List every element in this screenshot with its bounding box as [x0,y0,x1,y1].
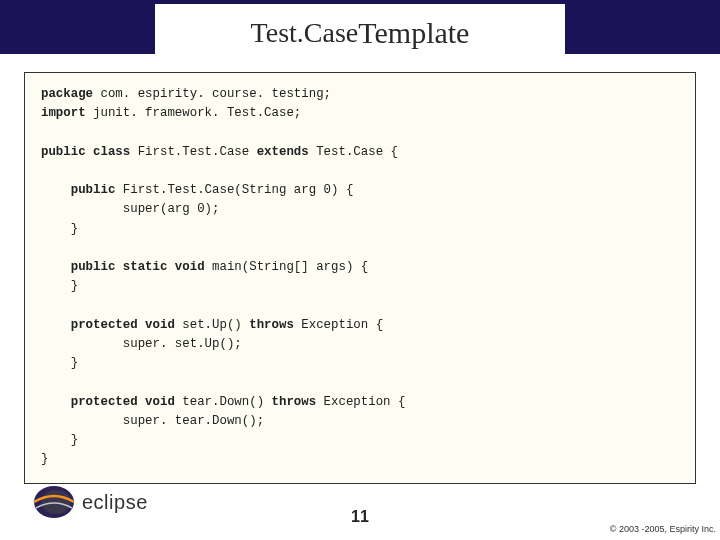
setup-throw: Exception { [294,318,383,332]
close-brace: } [71,279,78,293]
setup-body: super. set.Up(); [123,337,242,351]
kw-static: static [115,260,167,274]
imp-name: junit. framework. Test.Case; [86,106,302,120]
eclipse-text: eclipse [82,491,148,514]
copyright-text: © 2003 -2005, Espirity Inc. [610,524,716,534]
kw-void: void [138,395,175,409]
close-brace: } [41,452,48,466]
kw-public: public [71,183,116,197]
pkg-name: com. espirity. course. testing; [93,87,331,101]
close-brace: } [71,356,78,370]
title-part2: Template [358,16,469,50]
kw-protected: protected [71,395,138,409]
main-sig: main(String[] args) { [205,260,369,274]
kw-void: void [167,260,204,274]
ctor-body: super(arg 0); [123,202,220,216]
page-number: 11 [351,508,369,526]
kw-protected: protected [71,318,138,332]
svg-point-1 [41,490,71,514]
teardown-throw: Exception { [316,395,405,409]
kw-throws: throws [249,318,294,332]
class-name: First.Test.Case [130,145,256,159]
close-brace: } [71,433,78,447]
ctor-sig: First.Test.Case(String arg 0) { [115,183,353,197]
kw-package: package [41,87,93,101]
eclipse-icon [30,482,78,522]
teardown-sig: tear.Down() [175,395,272,409]
kw-void: void [138,318,175,332]
kw-public: public [71,260,116,274]
title-part1: Test.Case [251,17,359,49]
kw-throws: throws [272,395,317,409]
title-bar: Test.Case Template [0,0,720,54]
extends-name: Test.Case { [309,145,398,159]
kw-public: public [41,145,86,159]
setup-sig: set.Up() [175,318,249,332]
kw-import: import [41,106,86,120]
kw-class: class [86,145,131,159]
slide-title: Test.Case Template [155,4,565,62]
close-brace: } [71,222,78,236]
code-block: package com. espirity. course. testing; … [24,72,696,484]
teardown-body: super. tear.Down(); [123,414,264,428]
eclipse-logo: eclipse [30,482,190,522]
kw-extends: extends [257,145,309,159]
